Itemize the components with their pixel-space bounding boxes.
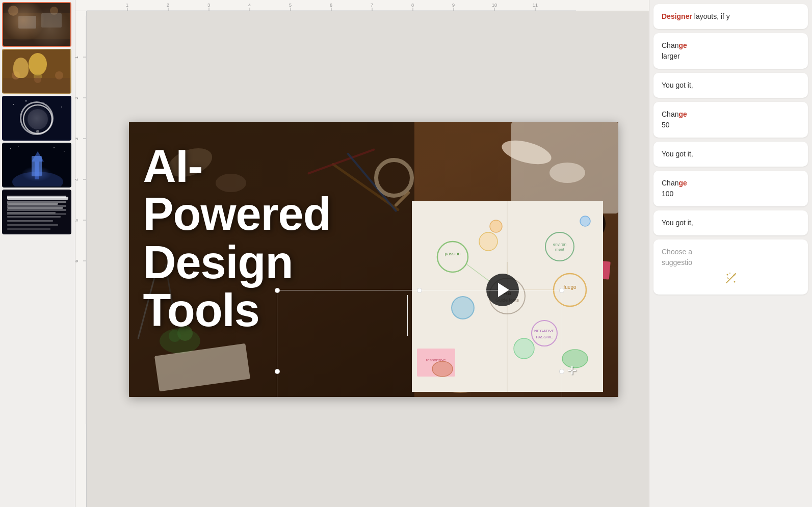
svg-point-139 xyxy=(734,281,735,283)
svg-point-13 xyxy=(34,76,41,83)
text-cursor xyxy=(407,295,408,336)
svg-point-20 xyxy=(23,105,52,134)
move-cursor-icon: ✛ xyxy=(567,364,577,378)
slide-thumbnail-5[interactable] xyxy=(2,190,71,234)
svg-point-16 xyxy=(13,104,14,105)
svg-text:environ: environ xyxy=(553,242,566,247)
svg-text:11: 11 xyxy=(533,3,538,8)
svg-point-14 xyxy=(55,71,63,79)
chan50-value: 50 xyxy=(662,121,670,129)
suggestion-card-chan100[interactable]: Change 100 xyxy=(653,171,808,206)
change-highlight: ge xyxy=(678,41,687,49)
handle-top-mid[interactable] xyxy=(417,288,422,293)
svg-point-18 xyxy=(43,102,44,103)
suggestion-card-yougotit-2[interactable]: You got it, xyxy=(653,142,808,167)
chan100-prefix: Chan xyxy=(662,179,678,187)
highlight-designer: Designer xyxy=(662,12,692,20)
slide-thumbnail-2[interactable] xyxy=(2,49,71,94)
svg-rect-84 xyxy=(511,122,618,214)
handle-top-left[interactable] xyxy=(275,288,280,293)
selection-box: ✛ xyxy=(277,290,562,397)
svg-point-138 xyxy=(726,274,728,276)
slide-thumbnail-1[interactable] xyxy=(2,2,71,47)
handle-mid-left[interactable] xyxy=(275,369,280,374)
ruler-top: 1 2 3 4 5 6 7 8 9 10 11 xyxy=(75,0,649,11)
svg-rect-35 xyxy=(7,212,56,214)
svg-point-9 xyxy=(29,53,47,75)
chan50-prefix: Chan xyxy=(662,110,678,118)
svg-point-12 xyxy=(12,71,20,79)
svg-text:6: 6 xyxy=(330,3,332,8)
choose-text: Choose a xyxy=(662,248,692,256)
svg-point-125 xyxy=(479,232,497,251)
svg-point-27 xyxy=(10,148,11,149)
partial-text-1: layouts, if y xyxy=(694,12,730,20)
svg-text:3: 3 xyxy=(75,138,79,140)
svg-rect-36 xyxy=(7,216,61,218)
svg-point-3 xyxy=(8,6,18,16)
suggestion-card-choose: Choose a suggestio xyxy=(653,239,808,295)
svg-text:ment: ment xyxy=(555,247,565,252)
change-suffix: larger xyxy=(662,52,680,60)
svg-rect-10 xyxy=(34,74,42,78)
chan100-value: 100 xyxy=(662,190,673,198)
canvas-area: AI- Powered Design Tools Aa xyxy=(87,11,649,507)
svg-rect-11 xyxy=(3,78,71,94)
svg-text:2: 2 xyxy=(75,97,79,99)
svg-text:4: 4 xyxy=(248,3,251,8)
slide-thumbnail-3[interactable] xyxy=(2,96,71,141)
svg-rect-7 xyxy=(3,50,71,94)
svg-point-19 xyxy=(61,106,62,108)
suggestion-card-change-larger[interactable]: Change larger xyxy=(653,33,808,69)
suggestion-card-yougotit-3[interactable]: You got it, xyxy=(653,210,808,235)
svg-rect-33 xyxy=(7,203,58,205)
svg-point-137 xyxy=(734,274,736,276)
right-panel: Designer layouts, if y Change larger You… xyxy=(649,0,812,507)
svg-rect-5 xyxy=(18,16,36,29)
svg-point-28 xyxy=(18,146,19,147)
svg-rect-39 xyxy=(7,228,50,230)
svg-point-140 xyxy=(729,273,730,274)
svg-text:3: 3 xyxy=(207,3,210,8)
choose-text2: suggestio xyxy=(662,258,692,266)
svg-point-17 xyxy=(25,100,27,102)
svg-text:8: 8 xyxy=(411,3,414,8)
suggestion-card-chan50[interactable]: Change 50 xyxy=(653,102,808,138)
svg-text:4: 4 xyxy=(75,178,79,181)
svg-rect-34 xyxy=(7,207,63,209)
change-prefix: Chan xyxy=(662,41,678,49)
svg-point-22 xyxy=(36,130,39,133)
svg-rect-25 xyxy=(35,162,39,179)
svg-rect-15 xyxy=(3,97,71,141)
handle-top-right[interactable] xyxy=(559,288,564,293)
svg-rect-37 xyxy=(7,220,53,222)
svg-text:5: 5 xyxy=(289,3,292,8)
svg-line-141 xyxy=(727,278,728,279)
suggestion-card-yougotit-1[interactable]: You got it, xyxy=(653,73,808,98)
slide-panel xyxy=(0,0,75,507)
svg-rect-38 xyxy=(7,224,58,226)
wand-icon xyxy=(725,272,737,284)
ruler-left: 1 2 3 4 5 6 xyxy=(75,11,87,507)
handle-mid-right[interactable]: ✛ xyxy=(559,369,564,374)
chan100-highlight: ge xyxy=(678,179,687,187)
slide-thumbnail-4[interactable] xyxy=(2,143,71,188)
svg-rect-32 xyxy=(7,197,68,200)
svg-rect-8 xyxy=(3,50,71,94)
svg-text:6: 6 xyxy=(75,260,79,262)
suggestion-card-partial-top: Designer layouts, if y xyxy=(653,4,808,29)
svg-line-135 xyxy=(726,276,734,283)
svg-text:9: 9 xyxy=(452,3,455,8)
svg-text:1: 1 xyxy=(75,56,79,59)
svg-point-30 xyxy=(64,151,65,152)
svg-point-134 xyxy=(580,216,590,226)
svg-point-21 xyxy=(28,109,48,129)
slide-canvas[interactable]: AI- Powered Design Tools Aa xyxy=(129,122,618,397)
svg-text:10: 10 xyxy=(492,3,497,8)
svg-text:passion: passion xyxy=(444,251,460,256)
svg-text:1: 1 xyxy=(126,3,128,8)
svg-text:5: 5 xyxy=(75,219,79,222)
chan50-highlight: ge xyxy=(678,110,687,118)
svg-text:fuego: fuego xyxy=(563,284,576,290)
svg-rect-2 xyxy=(3,13,71,39)
